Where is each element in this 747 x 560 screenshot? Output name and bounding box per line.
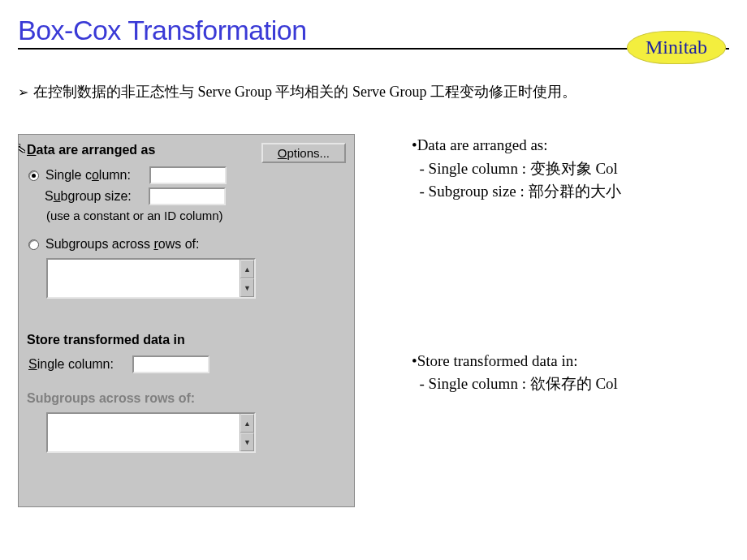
store-transformed-label: Store transformed data in: [27, 333, 346, 347]
note1-line-b: - Subgroup size : 部分群的大小: [412, 180, 621, 204]
page-title: Box-Cox Transformation: [18, 15, 307, 50]
single-column-label: Single column:: [45, 168, 143, 183]
boxcox-dialog: ↖ Data are arranged as Options... Single…: [18, 134, 355, 507]
explanation-notes: •Data are arranged as: - Single column :…: [412, 134, 621, 396]
options-button[interactable]: Options...: [261, 143, 346, 163]
arrow-bullet-icon: ➢: [18, 84, 28, 100]
note1-line-a: - Single column : 变换对象 Col: [412, 157, 621, 181]
store-single-column-label: Single column:: [28, 357, 126, 372]
subgroup-size-input[interactable]: [149, 187, 226, 205]
spinner-down-icon: ▼: [240, 433, 254, 451]
spinner-up-icon: ▲: [240, 414, 254, 433]
subgroup-hint: (use a constant or an ID column): [46, 209, 346, 222]
intro-content: 在控制数据的非正态性与 Serve Group 平均相关的 Serve Grou…: [33, 82, 576, 101]
subgroups-rows-label: Subgroups across rows of:: [45, 237, 199, 252]
data-arranged-label: Data are arranged as: [27, 143, 155, 157]
store-rows-listbox-disabled: ▲ ▼: [46, 412, 256, 453]
store-single-column-input[interactable]: [132, 355, 209, 373]
store-rows-label-disabled: Subgroups across rows of:: [27, 391, 346, 406]
spinner-down-icon[interactable]: ▼: [240, 278, 254, 297]
subgroup-size-label: Subgroup size:: [45, 189, 142, 204]
minitab-badge: Minitab: [627, 31, 726, 64]
subgroups-rows-listbox[interactable]: ▲ ▼: [46, 258, 256, 299]
single-column-input[interactable]: [149, 166, 227, 184]
note2-line-a: - Single column : 欲保存的 Col: [412, 373, 621, 396]
note1-title: •Data are arranged as:: [412, 134, 621, 157]
subgroups-rows-radio[interactable]: [28, 239, 39, 250]
title-underline: [18, 48, 729, 50]
intro-text: ➢ 在控制数据的非正态性与 Serve Group 平均相关的 Serve Gr…: [18, 82, 729, 101]
spinner-up-icon[interactable]: ▲: [240, 260, 254, 278]
single-column-radio[interactable]: [28, 170, 39, 181]
note2-title: •Store transformed data in:: [412, 350, 621, 373]
